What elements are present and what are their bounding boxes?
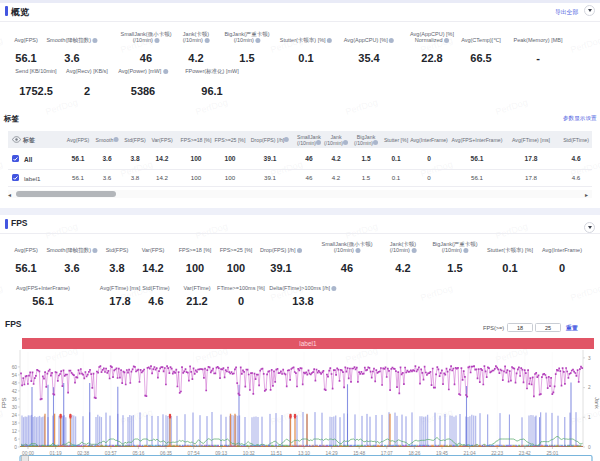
svg-text:18: 18: [12, 421, 18, 426]
svg-text:13:10: 13:10: [298, 451, 310, 456]
svg-text:60: 60: [12, 365, 18, 370]
svg-text:09:13: 09:13: [215, 451, 227, 456]
svg-text:06:35: 06:35: [160, 451, 172, 456]
svg-text:21:04: 21:04: [464, 451, 476, 456]
svg-text:6: 6: [14, 437, 17, 442]
svg-text:Jank: Jank: [594, 397, 600, 409]
svg-text:17:07: 17:07: [381, 451, 393, 456]
svg-text:00:00: 00:00: [22, 451, 34, 456]
svg-text:15:48: 15:48: [353, 451, 365, 456]
svg-text:0: 0: [14, 445, 17, 450]
svg-text:54: 54: [12, 373, 18, 378]
svg-text:18:26: 18:26: [408, 451, 420, 456]
svg-text:11:51: 11:51: [271, 451, 283, 456]
svg-text:25:01: 25:01: [546, 451, 558, 456]
svg-text:02:38: 02:38: [77, 451, 89, 456]
svg-text:48: 48: [12, 381, 18, 386]
svg-text:05:16: 05:16: [132, 451, 144, 456]
svg-text:42: 42: [12, 389, 18, 394]
svg-text:22:23: 22:23: [491, 451, 503, 456]
svg-text:24: 24: [12, 413, 18, 418]
svg-text:36: 36: [12, 397, 18, 402]
svg-text:FPS: FPS: [1, 397, 7, 408]
svg-text:12: 12: [12, 429, 18, 434]
svg-text:07:54: 07:54: [188, 451, 200, 456]
svg-text:1: 1: [588, 415, 591, 420]
svg-text:19:45: 19:45: [436, 451, 448, 456]
svg-text:14:29: 14:29: [326, 451, 338, 456]
svg-text:10:32: 10:32: [243, 451, 255, 456]
svg-text:label1: label1: [299, 340, 317, 347]
svg-text:23:42: 23:42: [519, 451, 531, 456]
svg-text:3: 3: [588, 356, 591, 361]
svg-text:30: 30: [12, 405, 18, 410]
svg-text:0: 0: [588, 445, 591, 450]
svg-text:2: 2: [588, 385, 591, 390]
svg-text:03:57: 03:57: [105, 451, 117, 456]
svg-text:01:19: 01:19: [50, 451, 62, 456]
